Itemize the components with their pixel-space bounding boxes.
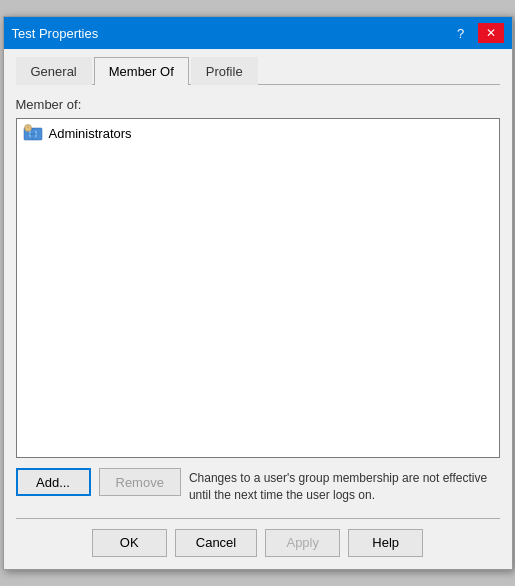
membership-note: Changes to a user's group membership are… [189,468,500,504]
add-button[interactable]: Add... [16,468,91,496]
actions-row: Add... Remove Changes to a user's group … [16,468,500,504]
member-of-label: Member of: [16,97,500,112]
list-item[interactable]: Administrators [19,121,497,145]
member-list: Administrators [16,118,500,458]
tab-general[interactable]: General [16,57,92,85]
title-bar-controls: ? ✕ [448,23,504,43]
help-footer-button[interactable]: Help [348,529,423,557]
ok-button[interactable]: OK [92,529,167,557]
close-button[interactable]: ✕ [478,23,504,43]
tab-member-of[interactable]: Member Of [94,57,189,85]
apply-button[interactable]: Apply [265,529,340,557]
member-name: Administrators [49,126,132,141]
cancel-button[interactable]: Cancel [175,529,257,557]
tab-bar: General Member Of Profile [16,57,500,85]
dialog-window: Test Properties ? ✕ General Member Of Pr… [3,16,513,570]
help-button[interactable]: ? [448,23,474,43]
dialog-title: Test Properties [12,26,99,41]
remove-button[interactable]: Remove [99,468,181,496]
title-bar: Test Properties ? ✕ [4,17,512,49]
tab-profile[interactable]: Profile [191,57,258,85]
dialog-content: General Member Of Profile Member of: [4,49,512,569]
group-icon [23,123,43,143]
footer-buttons: OK Cancel Apply Help [16,518,500,557]
